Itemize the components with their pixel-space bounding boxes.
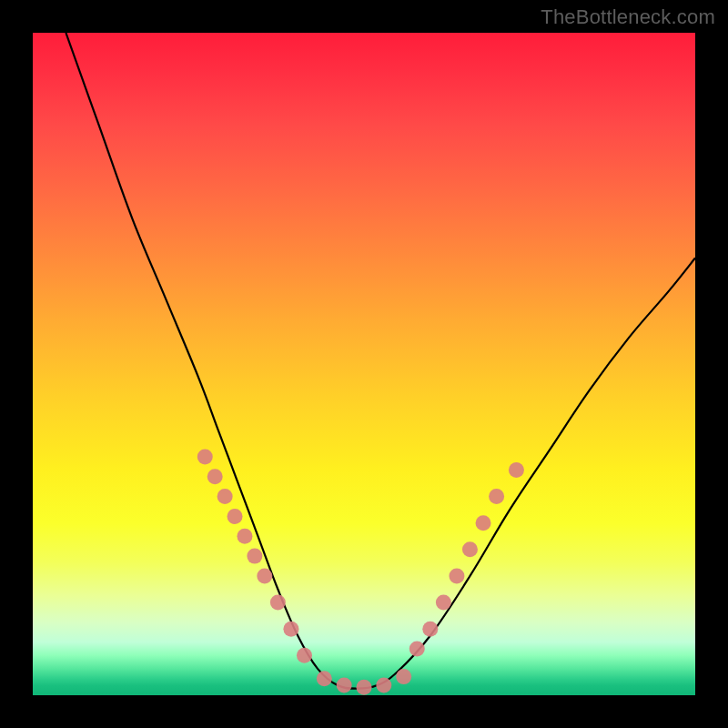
data-point	[357, 680, 372, 695]
left-dots-group	[197, 449, 312, 662]
data-point	[396, 669, 411, 684]
data-point	[283, 622, 298, 637]
data-point	[436, 595, 451, 611]
bottleneck-curve-path	[66, 33, 695, 689]
data-point	[422, 622, 438, 637]
data-point	[237, 529, 252, 544]
data-point	[489, 489, 504, 504]
data-point	[197, 449, 213, 464]
watermark-text: TheBottleneck.com	[541, 5, 715, 29]
data-point	[217, 489, 233, 504]
data-point	[462, 541, 478, 557]
plot-area	[33, 33, 695, 695]
data-point	[476, 515, 491, 531]
data-point	[247, 549, 262, 564]
bottom-dots-group	[317, 669, 411, 695]
data-point	[228, 509, 243, 524]
data-point	[509, 462, 524, 478]
right-dots-group	[410, 462, 524, 657]
bottleneck-curve	[66, 33, 695, 689]
data-point	[337, 678, 352, 693]
data-point	[257, 568, 272, 583]
chart-frame: TheBottleneck.com	[0, 0, 728, 728]
data-point	[270, 595, 286, 611]
data-point	[376, 678, 391, 693]
data-point	[297, 648, 312, 663]
data-point	[317, 671, 332, 686]
data-point	[449, 568, 464, 583]
data-point	[410, 642, 425, 657]
curve-svg	[33, 33, 695, 695]
data-point	[207, 469, 223, 484]
